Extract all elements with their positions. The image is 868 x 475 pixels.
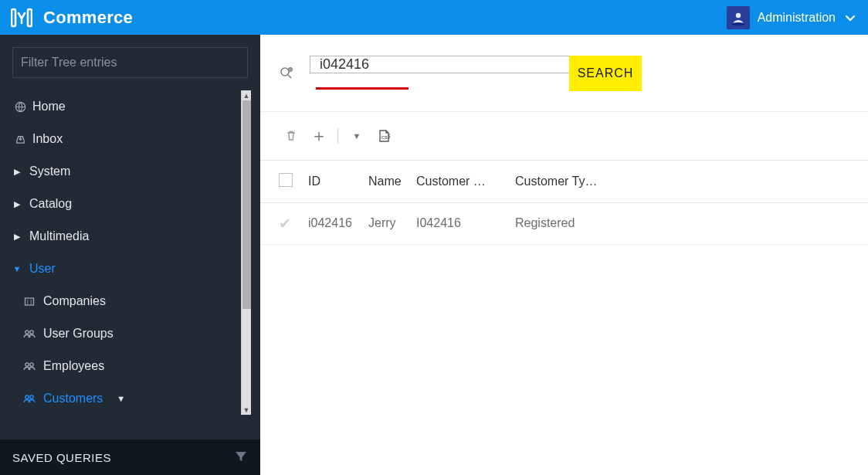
sidebar: Home Inbox ▶ System ▶ Catalog ▶ <box>0 35 260 475</box>
company-icon <box>22 296 37 307</box>
table-row[interactable]: ✔ i042416 Jerry I042416 Registered <box>260 202 868 244</box>
caret-right-icon: ▶ <box>12 167 22 177</box>
sidebar-subitem-user-groups[interactable]: User Groups <box>0 317 251 350</box>
sidebar-item-user[interactable]: ▼ User <box>0 253 251 285</box>
sidebar-scrollbar[interactable]: ▲ ▼ <box>241 90 251 415</box>
tree-sublabel: Companies <box>43 294 106 308</box>
caret-down-icon: ▼ <box>12 264 22 273</box>
group-icon <box>22 361 37 372</box>
sidebar-item-inbox[interactable]: Inbox <box>0 123 251 155</box>
saved-queries-label: SAVED QUERIES <box>12 451 111 464</box>
svg-point-8 <box>25 363 29 366</box>
filter-funnel-icon[interactable] <box>234 450 248 466</box>
caret-right-icon: ▶ <box>12 232 22 242</box>
sidebar-subitem-companies[interactable]: Companies <box>0 285 251 317</box>
chevron-down-icon <box>843 11 857 25</box>
tree-label: Multimedia <box>29 229 89 243</box>
admin-user-icon <box>727 6 750 29</box>
caret-right-icon: ▶ <box>12 199 22 209</box>
cell-name: Jerry <box>362 202 410 244</box>
saved-queries-bar[interactable]: SAVED QUERIES <box>0 439 260 475</box>
svg-rect-1 <box>28 9 32 26</box>
delete-button[interactable] <box>282 127 300 145</box>
svg-rect-0 <box>12 9 15 26</box>
logo: Commerce <box>11 7 133 29</box>
svg-point-10 <box>25 395 29 399</box>
add-dropdown-button[interactable]: ▼ <box>348 127 366 145</box>
top-header: Commerce Administration <box>0 0 868 35</box>
scroll-down-icon[interactable]: ▼ <box>242 405 251 415</box>
administration-menu[interactable]: Administration <box>727 6 857 29</box>
row-check-icon[interactable]: ✔ <box>279 215 291 232</box>
add-button[interactable]: ＋ <box>310 127 328 145</box>
sidebar-item-multimedia[interactable]: ▶ Multimedia <box>0 220 251 253</box>
svg-rect-5 <box>25 298 34 305</box>
results-table: ID Name Customer … Customer Ty… ✔ i04241… <box>260 161 868 245</box>
svg-point-2 <box>735 12 740 17</box>
sidebar-item-system[interactable]: ▶ System <box>0 155 251 188</box>
brand-logo-icon <box>11 7 32 29</box>
globe-icon <box>12 101 28 113</box>
svg-point-7 <box>30 331 33 334</box>
tree-sublabel: User Groups <box>43 327 114 341</box>
tree-sublabel: Employees <box>43 359 104 373</box>
tree-sublabel: Customers <box>43 392 103 405</box>
search-button[interactable]: SEARCH <box>569 56 642 91</box>
export-csv-button[interactable]: CSV <box>375 127 394 145</box>
advanced-search-icon[interactable] <box>279 66 294 81</box>
column-header-id[interactable]: ID <box>302 161 362 202</box>
select-all-checkbox[interactable] <box>279 173 293 187</box>
scrollbar-thumb[interactable] <box>242 100 251 309</box>
toolbar: ＋ ▼ CSV <box>260 112 868 161</box>
administration-label: Administration <box>758 11 836 25</box>
filter-tree-input[interactable] <box>12 47 248 78</box>
cell-id: i042416 <box>302 202 362 244</box>
inbox-icon <box>12 134 28 145</box>
sidebar-item-home[interactable]: Home <box>0 90 251 123</box>
table-header-row: ID Name Customer … Customer Ty… <box>260 161 868 202</box>
svg-point-9 <box>30 363 33 366</box>
tree-label: Home <box>32 100 66 114</box>
group-icon <box>22 393 37 404</box>
svg-point-12 <box>281 68 289 76</box>
sidebar-subitem-customers[interactable]: Customers ▼ <box>0 382 251 415</box>
tree-label: System <box>29 165 70 178</box>
group-icon <box>22 328 37 339</box>
main-panel: SEARCH ＋ ▼ CSV ID Name Customer <box>260 35 868 475</box>
search-input[interactable] <box>310 56 569 73</box>
svg-point-11 <box>30 395 33 399</box>
tree-label: Catalog <box>29 197 72 211</box>
cell-type: Registered <box>509 202 868 244</box>
svg-point-3 <box>732 22 744 25</box>
annotation-underline <box>316 87 409 90</box>
search-row: SEARCH <box>260 35 868 112</box>
scroll-up-icon[interactable]: ▲ <box>242 90 251 100</box>
sidebar-subitem-employees[interactable]: Employees <box>0 350 251 382</box>
tree-label: User <box>29 262 56 276</box>
sidebar-item-catalog[interactable]: ▶ Catalog <box>0 188 251 220</box>
app-title: Commerce <box>43 8 133 28</box>
svg-point-6 <box>25 331 29 334</box>
column-header-name[interactable]: Name <box>362 161 410 202</box>
caret-down-icon: ▼ <box>117 394 125 403</box>
cell-customer: I042416 <box>410 202 509 244</box>
column-header-customer[interactable]: Customer … <box>410 161 509 202</box>
column-header-customer-type[interactable]: Customer Ty… <box>509 161 868 202</box>
tree-label: Inbox <box>32 132 63 146</box>
